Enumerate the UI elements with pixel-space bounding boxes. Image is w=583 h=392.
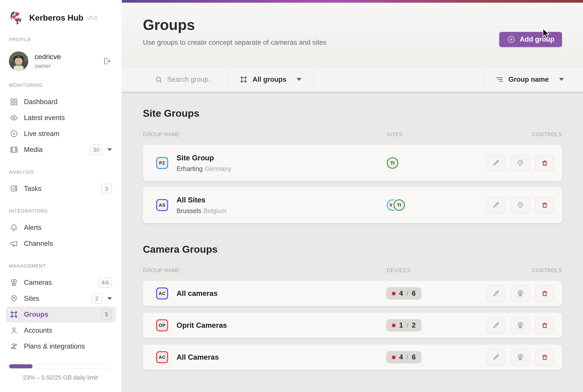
delete-button[interactable] [536,317,554,334]
column-controls: CONTROLS [532,132,562,138]
camera-icon [10,278,18,287]
group-filter-dropdown[interactable]: All groups [228,67,314,92]
camera-icon [516,322,524,329]
sort-icon [496,76,504,84]
cameras-button[interactable] [511,349,530,366]
profile-username: cedricve [34,53,61,61]
add-group-button[interactable]: Add group [499,32,562,47]
delete-button[interactable] [536,285,554,302]
site-badge: TI [394,199,405,211]
chevron-down-icon[interactable] [108,297,112,300]
sites-count-badge: 2 [92,294,102,304]
group-name: All Sites [176,196,226,204]
section-label-analysis: ANALYSIS [9,169,112,175]
plus-circle-icon [507,35,516,44]
site-badges: VN TI [387,199,405,211]
recording-dot-icon [392,356,396,359]
trash-icon [541,159,548,167]
nav-integrations: Alerts Channels [9,220,112,252]
pencil-icon [492,322,500,329]
camera-groups-title: Camera Groups [143,244,562,255]
group-initials-chip: AC [156,288,168,300]
usage-progress-fill [9,364,32,368]
column-controls: CONTROLS [532,268,562,274]
pencil-icon [492,201,500,209]
search-input[interactable] [167,76,222,84]
page-header: Groups Use groups to create concept sepa… [122,3,583,67]
chevron-down-icon [559,78,564,81]
row-controls [487,154,554,172]
search-icon [155,76,162,83]
logout-button[interactable] [102,56,112,66]
nav-monitoring: Dashboard Latest events Live stream [9,94,112,158]
sidebar-item-sites[interactable]: Sites 2 [6,290,116,306]
sort-dropdown[interactable]: Group name [483,67,583,92]
camera-group-row: OP Oprit Cameras 1/2 [143,313,562,338]
group-initials-chip: AC [156,351,168,363]
kerberos-logo-icon [9,11,23,25]
sidebar-item-dashboard[interactable]: Dashboard [6,94,116,110]
sidebar-item-media[interactable]: Media 30 [6,142,116,158]
cameras-button[interactable] [511,317,530,334]
delete-button[interactable] [536,154,554,172]
section-label-monitoring: MONITORING [9,82,112,88]
device-count-pill: 4/6 [386,287,422,300]
edit-button[interactable] [487,154,505,172]
site-groups-title: Site Groups [143,108,562,119]
group-initials-chip: OP [156,319,168,331]
chevron-down-icon[interactable] [108,148,112,151]
groups-count-badge: 5 [101,310,112,320]
sidebar-item-groups[interactable]: Groups 5 [6,306,116,322]
sidebar-item-accounts[interactable]: Accounts [6,322,116,338]
edit-button[interactable] [487,349,505,366]
main-area: Groups Use groups to create concept sepa… [122,0,583,392]
cameras-count-badge: 4/6 [98,278,112,288]
app-version: v3.0 [87,15,97,21]
sort-label: Group name [508,76,549,84]
column-sites: SITES [387,132,402,138]
chevron-down-icon [296,78,302,81]
group-name: Site Group [176,154,231,162]
cameras-button[interactable] [511,285,530,302]
avatar[interactable] [9,52,28,71]
section-label-management: MANAGEMENT [9,263,112,269]
group-name: All cameras [176,289,218,298]
nav-analysis: Tasks 3 [9,181,112,197]
page-title: Groups [143,16,562,33]
sidebar-item-plans-integrations[interactable]: Plans & integrations [6,338,116,354]
column-group-name: GROUP NAME [143,268,180,273]
camera-groups-columns: GROUP NAME DEVICES CONTROLS [143,268,562,274]
sidebar-item-latest-events[interactable]: Latest events [6,110,116,126]
map-button[interactable] [511,154,530,172]
map-button[interactable] [511,197,530,214]
camera-icon [516,354,524,361]
sidebar-item-live-stream[interactable]: Live stream [6,126,116,142]
site-group-row: AS All Sites BrusselsBelgium VN TI [143,187,562,223]
map-pin-icon [516,159,524,167]
row-controls [487,197,554,214]
section-label-integrations: INTEGRATIONS [9,208,112,214]
edit-button[interactable] [487,285,505,302]
edit-button[interactable] [487,317,505,334]
group-filter-label: All groups [252,76,286,84]
group-name: All Cameras [176,353,219,362]
sidebar-item-channels[interactable]: Channels [6,236,116,252]
row-controls [487,285,554,302]
recording-dot-icon [392,324,396,327]
sidebar-item-tasks[interactable]: Tasks 3 [6,181,116,197]
logout-icon [103,57,111,65]
sidebar-item-cameras[interactable]: Cameras 4/6 [6,274,116,290]
pencil-icon [492,159,500,167]
delete-button[interactable] [536,349,554,366]
site-groups-columns: GROUP NAME SITES CONTROLS [143,132,562,138]
site-group-row: PZ Site Group ErhartingGermany TI [143,145,562,181]
group-name-block: Site Group ErhartingGermany [176,154,231,172]
delete-button[interactable] [536,197,554,214]
camera-group-row: AC All Cameras 4/6 [143,344,562,370]
group-name-block: All Sites BrusselsBelgium [176,196,226,214]
column-group-name: GROUP NAME [143,132,180,137]
sidebar-item-alerts[interactable]: Alerts [6,220,116,236]
column-devices: DEVICES [387,268,411,274]
dollar-refresh-icon [10,342,18,351]
edit-button[interactable] [487,197,505,214]
